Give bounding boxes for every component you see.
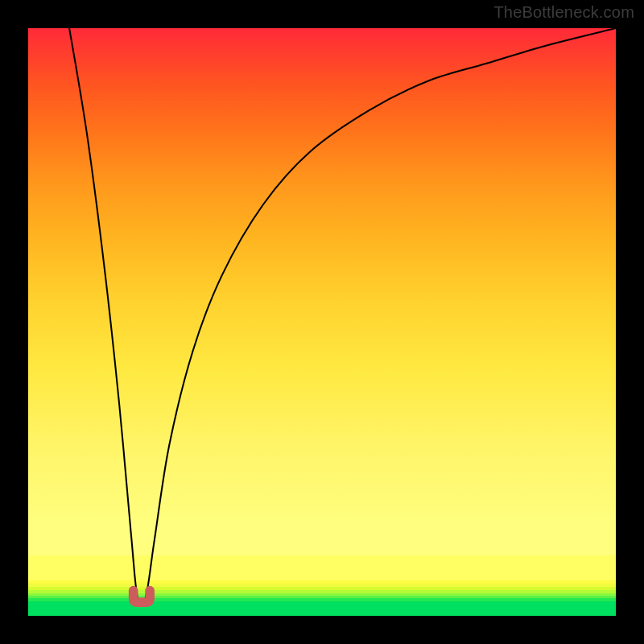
bottleneck-curve xyxy=(69,28,616,605)
trough-marker xyxy=(134,591,150,603)
watermark: TheBottleneck.com xyxy=(493,3,634,22)
chart-root: TheBottleneck.com xyxy=(0,0,644,644)
curve-layer xyxy=(28,28,616,616)
plot-area xyxy=(28,28,616,616)
